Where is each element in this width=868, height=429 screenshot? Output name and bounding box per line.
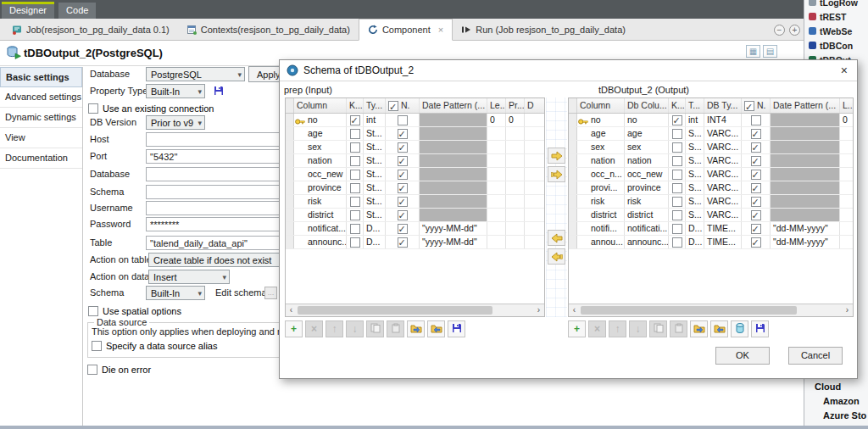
table-row[interactable]: sexsexS...VARC... — [569, 141, 853, 154]
tab-contexts[interactable]: Contexts(resjson_to_pg_daily_data) — [178, 19, 359, 41]
copy-all-to-input-button[interactable] — [548, 248, 565, 265]
table-row[interactable]: notificat...D..."yyyy-MM-dd" — [286, 222, 544, 236]
add-column-button[interactable]: + — [285, 320, 303, 337]
nullable-checkbox[interactable] — [751, 142, 761, 153]
export-button[interactable] — [710, 320, 728, 337]
key-checkbox[interactable] — [672, 142, 682, 153]
nullable-checkbox[interactable] — [398, 156, 408, 166]
table-row[interactable]: announc...D..."yyyy-MM-dd" — [286, 236, 544, 249]
sidebar-item-documentation[interactable]: Documentation — [0, 148, 82, 169]
key-checkbox[interactable] — [672, 129, 682, 139]
nullable-checkbox[interactable] — [398, 210, 408, 220]
key-checkbox[interactable] — [350, 197, 360, 207]
sidebar-item-dynamic-settings[interactable]: Dynamic settings — [0, 108, 82, 128]
schema-dialog-titlebar[interactable]: Schema of tDBOutput_2 — [280, 60, 857, 81]
scroll-left-icon[interactable] — [286, 304, 297, 316]
select-all-checkbox[interactable] — [388, 101, 398, 111]
scrollbar-thumb[interactable] — [298, 306, 492, 315]
nullable-checkbox[interactable] — [751, 129, 761, 139]
nullable-checkbox[interactable] — [398, 224, 408, 234]
reset-db-type-button[interactable] — [731, 320, 748, 337]
nullable-checkbox[interactable] — [398, 170, 408, 180]
key-checkbox[interactable] — [350, 115, 360, 125]
save-button[interactable] — [448, 320, 465, 337]
property-type-select[interactable]: Built-In — [146, 84, 205, 98]
maximize-icon[interactable] — [789, 25, 800, 36]
key-checkbox[interactable] — [672, 210, 682, 220]
action-on-table-select[interactable]: Create table if does not exist — [148, 253, 299, 267]
table-row[interactable]: nationSt... — [286, 154, 544, 168]
key-checkbox[interactable] — [672, 237, 682, 248]
palette-category-azure-sto[interactable]: Azure Sto — [804, 409, 868, 423]
key-checkbox[interactable] — [350, 210, 360, 220]
palette-item-tdbcon[interactable]: tDBCon — [804, 38, 868, 53]
nullable-checkbox[interactable] — [751, 224, 761, 234]
key-checkbox[interactable] — [672, 156, 682, 166]
nullable-checkbox[interactable] — [398, 237, 408, 248]
key-checkbox[interactable] — [350, 142, 360, 153]
select-all-checkbox[interactable] — [744, 101, 754, 111]
key-checkbox[interactable] — [672, 197, 682, 207]
palette-category-cloud[interactable]: Cloud — [804, 380, 868, 394]
table-row[interactable]: notifi...notificati...D...TIME..."dd-MM-… — [569, 222, 853, 236]
copy-column-to-input-button[interactable] — [548, 230, 565, 246]
table-row[interactable]: nationnationS...VARC... — [569, 154, 853, 168]
key-checkbox[interactable] — [350, 183, 360, 193]
key-checkbox[interactable] — [672, 115, 682, 125]
edit-schema-ellipsis-button[interactable] — [264, 287, 277, 299]
schema2-select[interactable]: Built-In — [146, 286, 205, 300]
nullable-checkbox[interactable] — [751, 156, 761, 166]
palette-item-twebse[interactable]: tWebSe — [804, 24, 868, 38]
table-row[interactable]: noint00 — [286, 114, 544, 127]
palette-item-trest[interactable]: tREST — [804, 9, 868, 24]
output-table-hscrollbar[interactable] — [569, 304, 853, 316]
db-version-select[interactable]: Prior to v9 — [146, 115, 205, 130]
nullable-checkbox[interactable] — [398, 129, 408, 139]
key-checkbox[interactable] — [350, 237, 360, 248]
nullable-checkbox[interactable] — [398, 115, 408, 125]
table-row[interactable]: riskSt... — [286, 195, 544, 209]
palette-category-amazon[interactable]: Amazon — [804, 394, 868, 409]
table-row[interactable]: provinceSt... — [286, 181, 544, 195]
action-on-data-select[interactable]: Insert — [148, 270, 230, 284]
nullable-checkbox[interactable] — [751, 170, 761, 180]
nullable-checkbox[interactable] — [398, 142, 408, 153]
key-checkbox[interactable] — [672, 224, 682, 234]
export-button[interactable] — [427, 320, 445, 337]
table-row[interactable]: occ_n...occ_newS...VARC... — [569, 168, 853, 181]
save-button[interactable] — [751, 320, 769, 337]
key-checkbox[interactable] — [672, 170, 682, 180]
cancel-button[interactable]: Cancel — [788, 347, 843, 365]
copy-column-to-output-button[interactable] — [548, 148, 565, 164]
sidebar-item-advanced-settings[interactable]: Advanced settings — [0, 87, 82, 108]
add-column-button[interactable]: + — [568, 320, 586, 337]
table-row[interactable]: ageSt... — [286, 127, 544, 141]
scrollbar-thumb[interactable] — [581, 306, 797, 315]
tab-code[interactable]: Code — [58, 3, 96, 19]
key-checkbox[interactable] — [672, 183, 682, 193]
table-row[interactable]: nonointINT40 — [569, 114, 853, 127]
use-spatial-options-checkbox[interactable] — [88, 306, 98, 316]
rows-view-icon[interactable] — [763, 45, 777, 58]
table-row[interactable]: annou...announc...D...TIME..."dd-MM-yyyy… — [569, 236, 853, 249]
table-row[interactable]: ageageS...VARC... — [569, 127, 853, 141]
sidebar-item-basic-settings[interactable]: Basic settings — [0, 67, 82, 87]
tab-designer[interactable]: Designer — [2, 2, 54, 19]
key-checkbox[interactable] — [350, 129, 360, 139]
save-icon[interactable] — [214, 86, 224, 96]
key-checkbox[interactable] — [350, 156, 360, 166]
scroll-left-icon[interactable] — [569, 304, 580, 316]
import-button[interactable] — [407, 320, 425, 337]
ok-button[interactable]: OK — [715, 347, 770, 365]
key-checkbox[interactable] — [350, 224, 360, 234]
table-row[interactable]: districtSt... — [286, 209, 544, 222]
grid-view-icon[interactable] — [746, 45, 760, 58]
import-button[interactable] — [690, 320, 708, 337]
die-on-error-checkbox[interactable] — [87, 365, 97, 375]
tab-component[interactable]: Component — [359, 19, 453, 41]
table-row[interactable]: provi...provinceS...VARC... — [569, 181, 853, 195]
palette-item-tlogrow[interactable]: tLogRow — [804, 0, 868, 9]
table-row[interactable]: districtdistrictS...VARC... — [569, 209, 853, 222]
table-row[interactable]: occ_newSt... — [286, 168, 544, 181]
specify-alias-checkbox[interactable] — [92, 341, 102, 351]
